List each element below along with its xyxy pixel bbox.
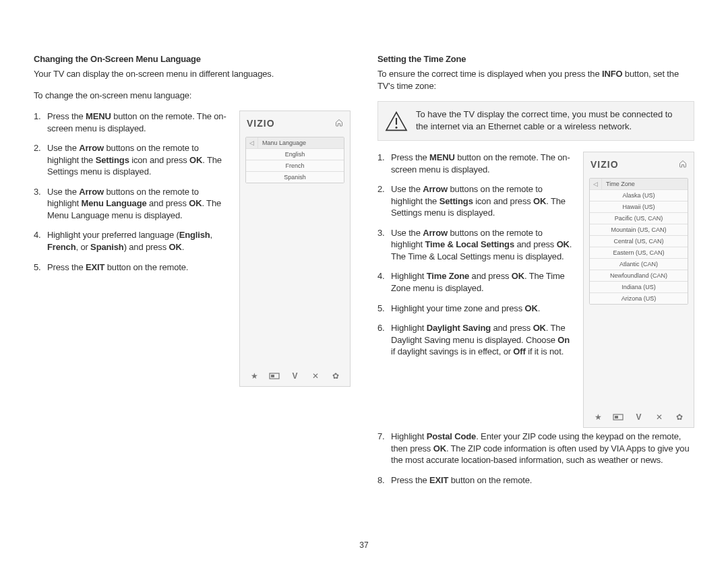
step-item: Use the Arrow buttons on the remote to h…: [377, 227, 572, 263]
step-item: Highlight Daylight Saving and press OK. …: [377, 322, 572, 358]
tv-list-item: English: [246, 149, 344, 160]
step-item: Use the Arrow buttons on the remote to h…: [377, 183, 572, 219]
tv-list-item: Newfoundland (CAN): [590, 270, 688, 282]
tv-list-item: Mountain (US, CAN): [590, 224, 688, 236]
step-item: Use the Arrow buttons on the remote to h…: [34, 186, 229, 222]
warning-icon: [385, 108, 408, 133]
tv-timezone-panel: VIZIO ◁ Time Zone Alaska (US)Hawaii (US)…: [583, 152, 694, 428]
left-column: Changing the On-Screen Menu Language You…: [34, 54, 351, 494]
tv-list-item: Arizona (US): [590, 293, 688, 304]
svg-rect-6: [615, 416, 618, 418]
star-icon: ★: [592, 412, 604, 422]
tv-list-item: Indiana (US): [590, 282, 688, 293]
left-intro-2: To change the on-screen menu language:: [34, 90, 351, 102]
v-logo-icon: V: [289, 371, 301, 381]
close-icon: ✕: [309, 371, 322, 381]
tv-list-item: Eastern (US, CAN): [590, 247, 688, 259]
tv-list-item: Spanish: [246, 172, 344, 183]
warning-box: To have the TV display the correct time,…: [377, 101, 694, 141]
right-column: Setting the Time Zone To ensure the corr…: [377, 54, 694, 494]
rectangle-icon: [268, 373, 280, 379]
right-intro: To ensure the correct time is displayed …: [377, 68, 694, 92]
back-arrow-icon: ◁: [590, 179, 602, 189]
step-item: Highlight your preferred language (Engli…: [34, 229, 229, 253]
vizio-logo: VIZIO: [247, 118, 275, 129]
gear-icon: ✿: [330, 371, 342, 381]
tv-list-item: Central (US, CAN): [590, 236, 688, 247]
step-item: Highlight your time zone and press OK.: [377, 303, 572, 315]
left-intro-1: Your TV can display the on-screen menu i…: [34, 68, 351, 80]
tv-footer-icons: ★ V ✕ ✿: [240, 367, 350, 386]
tv-footer-icons: ★ V ✕ ✿: [584, 408, 694, 427]
tv-menu-list: ◁ Manu Language EnglishFrenchSpanish: [245, 137, 344, 183]
home-icon: [335, 119, 343, 129]
step-item: Press the EXIT button on the remote.: [377, 474, 694, 487]
tv-list-item: French: [246, 160, 344, 172]
step-item: Highlight Postal Code. Enter your ZIP co…: [377, 431, 694, 466]
tv-menu-list: ◁ Time Zone Alaska (US)Hawaii (US)Pacifi…: [589, 178, 688, 305]
page-number: 37: [359, 540, 368, 550]
svg-point-4: [396, 127, 398, 129]
step-item: Press the EXIT button on the remote.: [34, 261, 229, 274]
warning-text: To have the TV display the correct time,…: [416, 108, 684, 132]
svg-rect-1: [271, 375, 274, 377]
tv-list-title: Manu Language: [258, 137, 344, 148]
left-step-list: Press the MENU button on the remote. The…: [34, 111, 229, 273]
tv-list-title: Time Zone: [602, 179, 688, 189]
step-item: Press the MENU button on the remote. The…: [34, 111, 229, 134]
tv-list-item: Pacific (US, CAN): [590, 213, 688, 224]
rectangle-icon: [612, 414, 624, 420]
vizio-logo: VIZIO: [590, 159, 619, 170]
step-item: Use the Arrow buttons on the remote to h…: [34, 142, 229, 178]
tv-list-item: Hawaii (US): [590, 201, 688, 213]
star-icon: ★: [248, 371, 260, 381]
step-item: Press the MENU button on the remote. The…: [377, 152, 572, 175]
tv-list-item: Alaska (US): [590, 190, 688, 201]
step-item: Highlight Time Zone and press OK. The Ti…: [377, 270, 572, 294]
tv-menu-language-panel: VIZIO ◁ Manu Language EnglishFrenchSpani…: [239, 111, 351, 387]
gear-icon: ✿: [673, 412, 686, 422]
close-icon: ✕: [653, 412, 665, 422]
right-heading: Setting the Time Zone: [377, 54, 694, 64]
tv-list-item: Atlantic (CAN): [590, 259, 688, 270]
home-icon: [679, 160, 687, 170]
right-step-list-continued: Highlight Postal Code. Enter your ZIP co…: [377, 431, 694, 486]
left-heading: Changing the On-Screen Menu Language: [34, 54, 351, 64]
right-step-list: Press the MENU button on the remote. The…: [377, 152, 572, 358]
back-arrow-icon: ◁: [246, 137, 258, 148]
v-logo-icon: V: [632, 412, 644, 422]
